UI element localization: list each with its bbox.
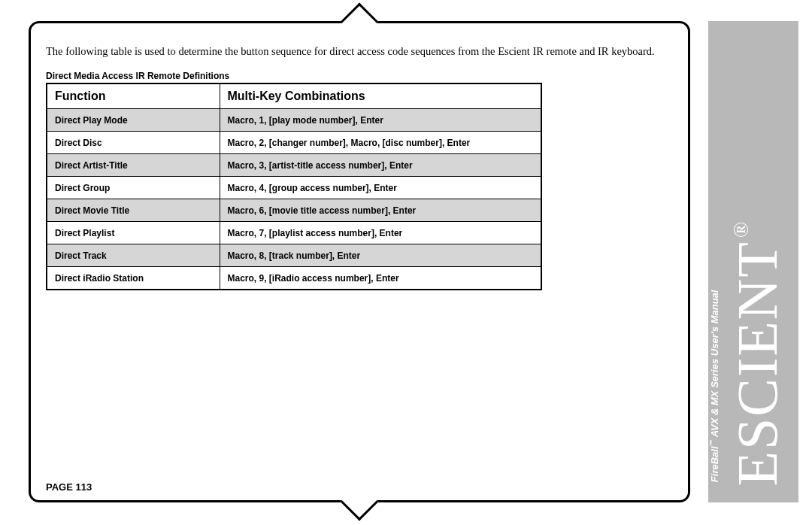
cell-combo: Macro, 9, [iRadio access number], Enter [220, 267, 541, 290]
header-function: Function [47, 83, 220, 109]
cell-combo: Macro, 3, [artist-title access number], … [220, 154, 541, 177]
cell-function: Direct Group [47, 177, 220, 199]
top-notch [341, 3, 379, 41]
manual-prefix: FireBall [709, 446, 720, 482]
cell-combo: Macro, 1, [play mode number], Enter [220, 109, 541, 132]
trademark-icon: ™ [708, 439, 716, 446]
header-combinations: Multi-Key Combinations [220, 83, 541, 109]
cell-function: Direct Disc [47, 132, 220, 154]
cell-function: Direct Movie Title [47, 199, 220, 222]
table-row: Direct Track Macro, 8, [track number], E… [47, 244, 541, 267]
cell-function: Direct Track [47, 244, 220, 267]
intro-paragraph: The following table is used to determine… [46, 44, 673, 59]
cell-combo: Macro, 2, [changer number], Macro, [disc… [220, 132, 541, 154]
cell-function: Direct Artist-Title [47, 154, 220, 177]
cell-function: Direct Play Mode [47, 109, 220, 132]
cell-combo: Macro, 6, [movie title access number], E… [220, 199, 541, 222]
brand-logo-text: ESCIENT® [725, 65, 790, 487]
side-brand-band: ESCIENT® FireBall™ AVX & MX Series User'… [708, 21, 798, 502]
registered-icon: ® [729, 220, 753, 238]
cell-combo: Macro, 4, [group access number], Enter [220, 177, 541, 199]
table-row: Direct Playlist Macro, 7, [playlist acce… [47, 222, 541, 244]
table-row: Direct Play Mode Macro, 1, [play mode nu… [47, 109, 541, 132]
manual-suffix: AVX & MX Series User's Manual [709, 290, 720, 440]
table-row: Direct Artist-Title Macro, 3, [artist-ti… [47, 154, 541, 177]
manual-title: FireBall™ AVX & MX Series User's Manual [708, 241, 720, 482]
cell-combo: Macro, 8, [track number], Enter [220, 244, 541, 267]
page-number: PAGE 113 [46, 481, 92, 493]
table-row: Direct Group Macro, 4, [group access num… [47, 177, 541, 199]
definitions-table: Function Multi-Key Combinations Direct P… [46, 83, 542, 290]
page-frame: The following table is used to determine… [29, 21, 690, 502]
table-row: Direct Disc Macro, 2, [changer number], … [47, 132, 541, 154]
table-row: Direct Movie Title Macro, 6, [movie titl… [47, 199, 541, 222]
cell-function: Direct Playlist [47, 222, 220, 244]
table-caption: Direct Media Access IR Remote Definition… [46, 71, 673, 81]
brand-name: ESCIENT [726, 241, 789, 486]
cell-combo: Macro, 7, [playlist access number], Ente… [220, 222, 541, 244]
cell-function: Direct iRadio Station [47, 267, 220, 290]
table-row: Direct iRadio Station Macro, 9, [iRadio … [47, 267, 541, 290]
bottom-notch [341, 483, 379, 521]
